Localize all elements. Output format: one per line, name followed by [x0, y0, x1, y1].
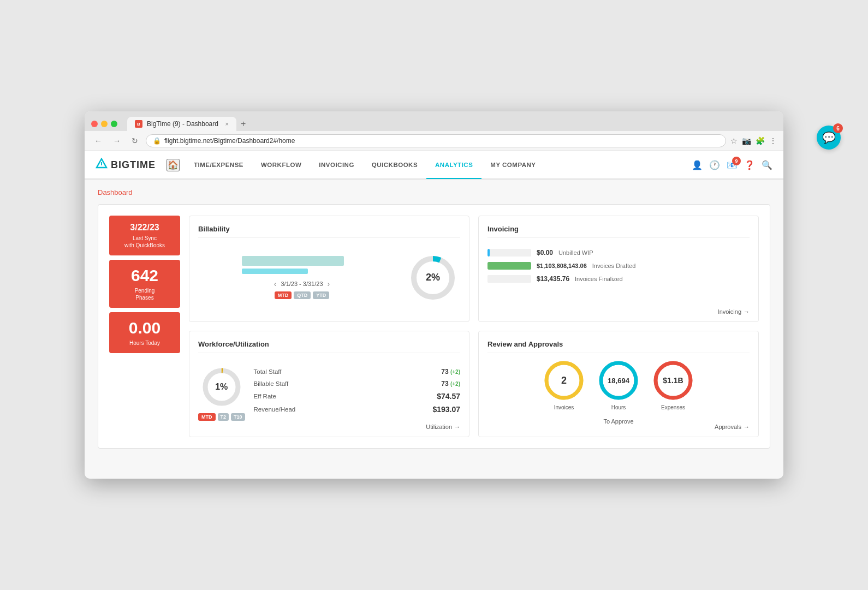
- tab-title: BigTime (9) - Dashboard: [147, 120, 218, 128]
- mtd-filter[interactable]: MTD: [275, 291, 292, 299]
- tab-bar: B BigTime (9) - Dashboard × +: [127, 117, 250, 131]
- invoices-circle: 2: [542, 359, 586, 402]
- billability-title: Billability: [198, 225, 460, 238]
- stat-row-billable-staff: Billable Staff 73 (+2): [254, 380, 460, 388]
- bigtime-logo-icon: [96, 158, 108, 172]
- clock-icon-button[interactable]: 🕐: [709, 160, 720, 170]
- nav-link-quickbooks[interactable]: QUICKBOOKS: [363, 152, 426, 179]
- bill-chart-area: ‹ 3/1/23 - 3/31/23 › MTD QTD YTD: [198, 256, 406, 299]
- wf-mtd-filter[interactable]: MTD: [198, 413, 216, 421]
- finalized-bar: [487, 275, 489, 283]
- nav-link-time-expense[interactable]: TIME/EXPENSE: [185, 152, 252, 179]
- user-icon-button[interactable]: 👤: [692, 160, 703, 170]
- notifications-button[interactable]: 📧 9: [727, 160, 738, 170]
- help-icon-button[interactable]: ❓: [744, 160, 755, 170]
- chat-icon: 💬: [822, 131, 836, 144]
- invoicing-link[interactable]: Invoicing →: [718, 308, 750, 315]
- new-tab-button[interactable]: +: [236, 117, 250, 131]
- to-approve-label: To Approve: [603, 418, 633, 425]
- minimize-traffic-light[interactable]: [101, 121, 108, 127]
- expenses-value: $1.1B: [663, 376, 683, 385]
- hours-value: 18,694: [608, 377, 629, 385]
- bookmark-icon[interactable]: ☆: [730, 136, 738, 145]
- wf-t2-filter[interactable]: T2: [218, 413, 229, 421]
- qtd-filter[interactable]: QTD: [294, 291, 311, 299]
- maximize-traffic-light[interactable]: [111, 121, 117, 127]
- billability-content: ‹ 3/1/23 - 3/31/23 › MTD QTD YTD: [198, 245, 460, 311]
- drafted-amount: $1,103,808,143.06: [537, 263, 587, 269]
- workforce-card: Workforce/Utilization 1%: [189, 331, 469, 437]
- chat-button[interactable]: 💬 6: [817, 126, 841, 150]
- billability-donut: 2%: [406, 251, 460, 305]
- search-icon-button[interactable]: 🔍: [762, 160, 772, 170]
- eff-rate-label: Eff Rate: [254, 393, 276, 400]
- review-content: 2 Invoices: [487, 360, 750, 426]
- menu-icon[interactable]: ⋮: [769, 136, 777, 145]
- address-bar[interactable]: 🔒 flight.bigtime.net/Bigtime/Dashboard2#…: [146, 134, 726, 147]
- total-staff-label: Total Staff: [254, 368, 282, 375]
- traffic-lights: [91, 121, 117, 127]
- billability-percentage: 2%: [426, 272, 440, 283]
- screenshot-icon[interactable]: 📷: [742, 136, 751, 145]
- active-tab[interactable]: B BigTime (9) - Dashboard ×: [127, 117, 236, 131]
- invoicing-title: Invoicing: [487, 225, 750, 238]
- page-content: Dashboard 3/22/23 Last Syncwith QuickBoo…: [85, 180, 783, 457]
- reload-button[interactable]: ↻: [128, 134, 141, 147]
- revenue-head-label: Revenue/Head: [254, 406, 296, 413]
- notification-badge: 9: [732, 157, 741, 165]
- next-date-button[interactable]: ›: [328, 279, 330, 288]
- logo-text: BIGTIME: [111, 159, 156, 171]
- total-staff-value: 73 (+2): [441, 368, 460, 376]
- workforce-donut-area: 1% MTD T2 T10: [198, 365, 245, 421]
- stat-row-revenue-head: Revenue/Head $193.07: [254, 405, 460, 414]
- bill-filters: MTD QTD YTD: [275, 291, 330, 299]
- app-nav: BIGTIME 🏠 TIME/EXPENSE WORKFLOW INVOICIN…: [85, 151, 783, 180]
- approvals-link[interactable]: Approvals →: [715, 424, 750, 430]
- pending-phases-card[interactable]: 642 PendingPhases: [109, 260, 180, 308]
- hours-number: 0.00: [116, 319, 174, 337]
- nav-link-my-company[interactable]: MY COMPANY: [481, 152, 544, 179]
- expenses-circle: $1.1B: [651, 359, 695, 402]
- stat-row-eff-rate: Eff Rate $74.57: [254, 392, 460, 401]
- nav-links: TIME/EXPENSE WORKFLOW INVOICING QUICKBOO…: [185, 151, 692, 178]
- browser-window: B BigTime (9) - Dashboard × + ← → ↻ 🔒 fl…: [85, 111, 783, 479]
- app-container: BIGTIME 🏠 TIME/EXPENSE WORKFLOW INVOICIN…: [85, 151, 783, 479]
- drafted-bar: [487, 262, 531, 270]
- date-range-text: 3/1/23 - 3/31/23: [281, 281, 323, 287]
- breadcrumb[interactable]: Dashboard: [98, 188, 770, 196]
- hours-today-card[interactable]: 0.00 Hours Today: [109, 312, 180, 353]
- chat-badge: 6: [833, 123, 843, 133]
- home-button[interactable]: 🏠: [167, 159, 180, 171]
- invoices-circle-item: 2 Invoices: [542, 359, 586, 410]
- dashboard-wrapper: 3/22/23 Last Syncwith QuickBooks 642 Pen…: [98, 204, 770, 449]
- hours-circle-item: 18,694 Hours: [597, 359, 640, 410]
- hours-label: Hours: [611, 404, 626, 410]
- tab-close-button[interactable]: ×: [225, 121, 229, 127]
- back-button[interactable]: ←: [91, 134, 105, 147]
- browser-titlebar: B BigTime (9) - Dashboard × +: [85, 111, 783, 131]
- close-traffic-light[interactable]: [91, 121, 98, 127]
- extensions-icon[interactable]: 🧩: [756, 136, 765, 145]
- prev-date-button[interactable]: ‹: [274, 279, 277, 288]
- forward-button[interactable]: →: [110, 134, 124, 147]
- toolbar-icons: ☆ 📷 🧩 ⋮: [730, 136, 777, 145]
- revenue-head-value: $193.07: [432, 405, 460, 414]
- utilization-link[interactable]: Utilization →: [426, 424, 460, 430]
- nav-link-invoicing[interactable]: INVOICING: [310, 152, 363, 179]
- unbilled-bar-wrap: [487, 249, 531, 257]
- finalized-label: Invoices Finalized: [575, 276, 622, 282]
- nav-link-workflow[interactable]: WORKFLOW: [252, 152, 310, 179]
- dashboard-grid: Billability ‹ 3/1/23 - 3/31/23: [189, 216, 759, 437]
- review-title: Review and Approvals: [487, 340, 750, 353]
- last-sync-card[interactable]: 3/22/23 Last Syncwith QuickBooks: [109, 216, 180, 255]
- expenses-label: Expenses: [661, 404, 685, 410]
- workforce-title: Workforce/Utilization: [198, 340, 460, 353]
- invoice-row-finalized: $13,435.76 Invoices Finalized: [487, 275, 750, 283]
- ytd-filter[interactable]: YTD: [313, 291, 329, 299]
- hours-label: Hours Today: [116, 339, 174, 347]
- eff-rate-value: $74.57: [437, 392, 460, 401]
- wf-t10-filter[interactable]: T10: [231, 413, 245, 421]
- drafted-bar-wrap: [487, 262, 531, 270]
- stat-row-total-staff: Total Staff 73 (+2): [254, 368, 460, 376]
- nav-link-analytics[interactable]: ANALYTICS: [426, 152, 481, 179]
